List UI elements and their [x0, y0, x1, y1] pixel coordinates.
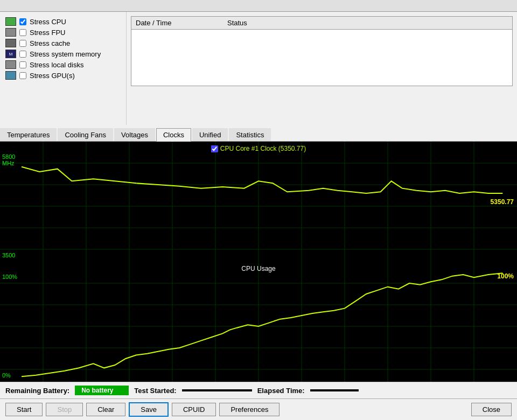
tab-unified[interactable]: Unified — [192, 128, 228, 141]
tab-voltages[interactable]: Voltages — [114, 128, 155, 141]
chart2-title-text: CPU Usage — [241, 265, 275, 272]
stress-icon-cache — [5, 39, 16, 47]
chart1-y-bottom: 3500 — [2, 252, 15, 258]
stop-button[interactable]: Stop — [46, 403, 83, 416]
stress-checkbox-fpu[interactable] — [19, 29, 26, 36]
log-table: Date / Time Status — [131, 16, 513, 86]
stress-checkbox-gpu[interactable] — [19, 72, 26, 79]
stress-icon-mem: M — [5, 50, 16, 58]
tab-statistics[interactable]: Statistics — [229, 128, 271, 141]
test-started-value — [182, 389, 252, 391]
log-header: Date / Time Status — [131, 17, 512, 30]
chart2-y-top: 100% — [2, 274, 17, 280]
save-button[interactable]: Save — [129, 402, 169, 417]
chart1-y-top: 5800 MHz — [2, 153, 15, 166]
stress-item-cpu: Stress CPU — [5, 16, 121, 27]
stress-item-disk: Stress local disks — [5, 59, 121, 70]
stress-label-mem: Stress system memory — [30, 50, 101, 58]
stress-item-cache: Stress cache — [5, 38, 121, 48]
left-panel: Stress CPUStress FPUStress cacheMStress … — [0, 12, 127, 125]
chart2-value: 100% — [497, 272, 514, 280]
stress-label-gpu: Stress GPU(s) — [30, 72, 75, 80]
status-bar: Remaining Battery: No battery Test Start… — [0, 382, 517, 398]
stress-icon-fpu — [5, 28, 16, 37]
stress-item-mem: MStress system memory — [5, 48, 121, 59]
cpuid-button[interactable]: CPUID — [172, 403, 216, 416]
main-window: Stress CPUStress FPUStress cacheMStress … — [0, 0, 517, 420]
stress-checkbox-cpu[interactable] — [19, 18, 26, 25]
test-started-label: Test Started: — [134, 387, 177, 395]
chart2-container: CPU Usage 100% 0% 100% — [0, 262, 517, 382]
chart1-container: CPU Core #1 Clock (5350.77) 5800 MHz 350… — [0, 142, 517, 262]
chart1-grid — [0, 142, 517, 262]
stress-label-fpu: Stress FPU — [30, 29, 65, 37]
tab-clocks[interactable]: Clocks — [156, 128, 191, 142]
elapsed-value — [310, 389, 359, 391]
chart1-title-text: CPU Core #1 Clock (5350.77) — [220, 145, 306, 152]
log-col-time: Date / Time — [136, 19, 227, 27]
chart1-title: CPU Core #1 Clock (5350.77) — [211, 145, 306, 152]
stress-checkbox-cache[interactable] — [19, 40, 26, 47]
stress-icon-disk — [5, 60, 16, 69]
chart1-value: 5350.77 — [491, 198, 514, 206]
charts-area: CPU Core #1 Clock (5350.77) 5800 MHz 350… — [0, 142, 517, 382]
clear-button[interactable]: Clear — [86, 403, 125, 416]
stress-checkbox-disk[interactable] — [19, 61, 26, 68]
close-button[interactable]: Close — [471, 403, 512, 416]
chart2-grid — [0, 262, 517, 382]
battery-value: No battery — [75, 386, 129, 395]
stress-icon-gpu — [5, 71, 16, 80]
elapsed-label: Elapsed Time: — [257, 387, 305, 395]
start-button[interactable]: Start — [5, 403, 43, 416]
log-col-status: Status — [227, 19, 508, 27]
chart2-title: CPU Usage — [241, 265, 275, 272]
stress-label-cpu: Stress CPU — [30, 18, 66, 26]
button-bar: Start Stop Clear Save CPUID Preferences … — [0, 398, 517, 420]
stress-icon-cpu — [5, 17, 16, 26]
stress-label-disk: Stress local disks — [30, 61, 83, 69]
battery-label: Remaining Battery: — [5, 387, 69, 395]
tab-cooling-fans[interactable]: Cooling Fans — [58, 128, 113, 141]
stress-checkbox-mem[interactable] — [19, 51, 26, 58]
preferences-button[interactable]: Preferences — [219, 403, 280, 416]
chart2-y-bottom: 0% — [2, 372, 11, 379]
right-panel: Date / Time Status — [127, 12, 517, 125]
tabs-area: TemperaturesCooling FansVoltagesClocksUn… — [0, 128, 517, 142]
stress-label-cache: Stress cache — [30, 39, 70, 47]
stress-item-gpu: Stress GPU(s) — [5, 70, 121, 81]
top-section: Stress CPUStress FPUStress cacheMStress … — [0, 12, 517, 125]
top-bar — [0, 0, 517, 12]
stress-item-fpu: Stress FPU — [5, 27, 121, 38]
tab-temperatures[interactable]: Temperatures — [0, 128, 57, 141]
chart1-checkbox[interactable] — [211, 145, 218, 152]
